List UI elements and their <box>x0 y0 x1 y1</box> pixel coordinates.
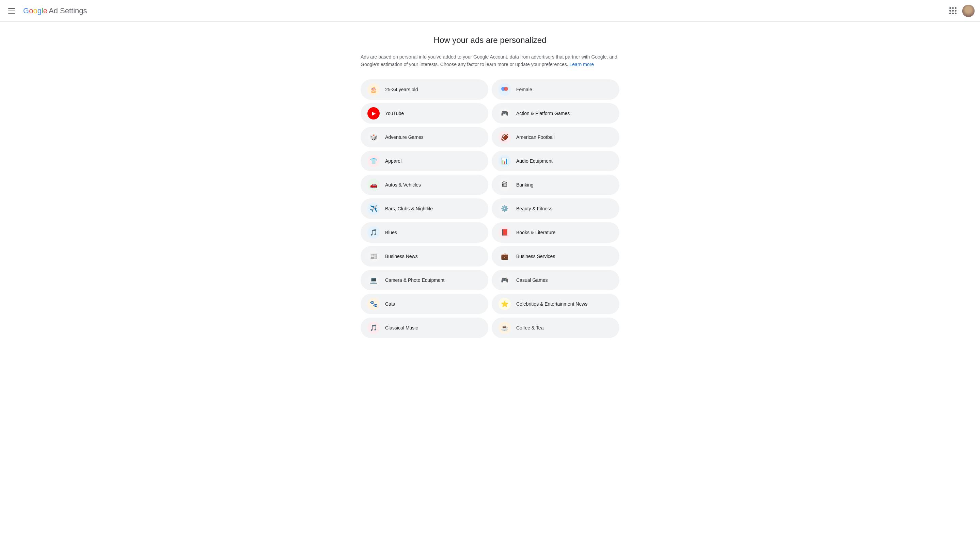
classical-music-label: Classical Music <box>385 325 418 330</box>
interest-card-classical-music[interactable]: 🎵 Classical Music <box>361 318 488 338</box>
casual-games-icon: 🎮 <box>498 274 511 286</box>
logo: Google Ad Settings <box>23 6 87 15</box>
american-football-label: American Football <box>516 135 555 140</box>
app-title: Ad Settings <box>49 6 87 15</box>
interest-card-american-football[interactable]: 🏈 American Football <box>492 127 619 148</box>
interests-grid: 🎂 25-34 years old Female ▶ YouTube 🎮 Act… <box>361 79 619 338</box>
casual-games-label: Casual Games <box>516 277 548 283</box>
header: Google Ad Settings <box>0 0 980 22</box>
svg-point-2 <box>504 87 508 91</box>
grid-dots-icon <box>949 7 956 14</box>
adventure-games-label: Adventure Games <box>385 135 423 140</box>
celebrities-icon: ⭐ <box>498 298 511 310</box>
action-platform-games-label: Action & Platform Games <box>516 111 570 116</box>
audio-equipment-label: Audio Equipment <box>516 158 553 164</box>
age-label: 25-34 years old <box>385 87 418 92</box>
interest-card-casual-games[interactable]: 🎮 Casual Games <box>492 270 619 290</box>
celebrities-label: Celebrities & Entertainment News <box>516 301 587 307</box>
audio-equipment-icon: 📊 <box>498 155 511 167</box>
avatar-image <box>962 5 975 17</box>
interest-card-banking[interactable]: 🏛 Banking <box>492 175 619 195</box>
interest-card-celebrities[interactable]: ⭐ Celebrities & Entertainment News <box>492 294 619 314</box>
beauty-fitness-icon: ⚙️ <box>498 203 511 215</box>
interest-card-youtube[interactable]: ▶ YouTube <box>361 103 488 124</box>
classical-music-icon: 🎵 <box>368 322 380 334</box>
banking-label: Banking <box>516 182 534 187</box>
interest-card-autos-vehicles[interactable]: 🚗 Autos & Vehicles <box>361 175 488 195</box>
youtube-label: YouTube <box>385 111 404 116</box>
camera-photo-icon: 💻 <box>368 274 380 286</box>
business-services-label: Business Services <box>516 254 555 259</box>
youtube-icon: ▶ <box>368 107 380 119</box>
interest-card-bars-clubs-nightlife[interactable]: ✈️ Bars, Clubs & Nightlife <box>361 199 488 219</box>
cats-label: Cats <box>385 301 395 307</box>
interest-card-cats[interactable]: 🐾 Cats <box>361 294 488 314</box>
interest-card-coffee-tea[interactable]: ☕ Coffee & Tea <box>492 318 619 338</box>
page-description: Ads are based on personal info you've ad… <box>361 53 619 68</box>
adventure-games-icon: 🎲 <box>368 131 380 143</box>
business-services-icon: 💼 <box>498 250 511 262</box>
gender-icon <box>498 83 511 96</box>
interest-card-apparel[interactable]: 👕 Apparel <box>361 151 488 171</box>
business-news-label: Business News <box>385 254 418 259</box>
header-right <box>946 4 975 18</box>
american-football-icon: 🏈 <box>498 131 511 143</box>
apparel-label: Apparel <box>385 158 401 164</box>
interest-card-books-literature[interactable]: 📕 Books & Literature <box>492 222 619 243</box>
interest-card-business-news[interactable]: 📰 Business News <box>361 246 488 267</box>
autos-vehicles-label: Autos & Vehicles <box>385 182 421 187</box>
interest-card-camera-photo[interactable]: 💻 Camera & Photo Equipment <box>361 270 488 290</box>
interest-card-business-services[interactable]: 💼 Business Services <box>492 246 619 267</box>
beauty-fitness-label: Beauty & Fitness <box>516 206 552 211</box>
camera-photo-label: Camera & Photo Equipment <box>385 277 444 283</box>
interest-card-action-platform-games[interactable]: 🎮 Action & Platform Games <box>492 103 619 124</box>
coffee-tea-label: Coffee & Tea <box>516 325 544 330</box>
interest-card-gender[interactable]: Female <box>492 79 619 100</box>
gender-label: Female <box>516 87 532 92</box>
interest-card-adventure-games[interactable]: 🎲 Adventure Games <box>361 127 488 148</box>
books-literature-icon: 📕 <box>498 226 511 238</box>
menu-button[interactable] <box>5 5 18 16</box>
age-icon: 🎂 <box>368 83 380 96</box>
bars-clubs-nightlife-label: Bars, Clubs & Nightlife <box>385 206 433 211</box>
books-literature-label: Books & Literature <box>516 230 555 235</box>
coffee-tea-icon: ☕ <box>498 322 511 334</box>
blues-label: Blues <box>385 230 397 235</box>
apparel-icon: 👕 <box>368 155 380 167</box>
bars-clubs-nightlife-icon: ✈️ <box>368 203 380 215</box>
action-platform-games-icon: 🎮 <box>498 107 511 119</box>
banking-icon: 🏛 <box>498 179 511 191</box>
header-left: Google Ad Settings <box>5 5 87 16</box>
interest-card-audio-equipment[interactable]: 📊 Audio Equipment <box>492 151 619 171</box>
page-title: How your ads are personalized <box>361 35 619 45</box>
learn-more-link[interactable]: Learn more <box>570 62 594 67</box>
business-news-icon: 📰 <box>368 250 380 262</box>
autos-vehicles-icon: 🚗 <box>368 179 380 191</box>
interest-card-beauty-fitness[interactable]: ⚙️ Beauty & Fitness <box>492 199 619 219</box>
account-avatar[interactable] <box>962 5 975 17</box>
interest-card-blues[interactable]: 🎵 Blues <box>361 222 488 243</box>
blues-icon: 🎵 <box>368 226 380 238</box>
cats-icon: 🐾 <box>368 298 380 310</box>
google-logo: Google <box>23 6 47 15</box>
interest-card-age[interactable]: 🎂 25-34 years old <box>361 79 488 100</box>
google-apps-button[interactable] <box>946 4 959 18</box>
main-content: How your ads are personalized Ads are ba… <box>354 22 626 358</box>
